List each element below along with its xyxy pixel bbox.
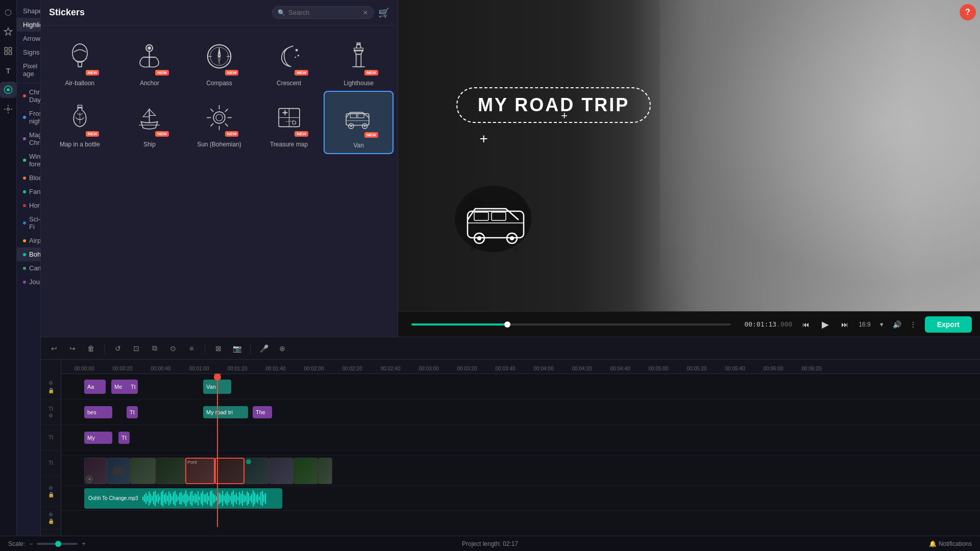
cart-icon[interactable]: 🛒 [378, 7, 389, 18]
plus-icon-1[interactable]: + [480, 131, 488, 147]
scale-thumb[interactable] [55, 541, 61, 547]
undo-btn[interactable]: ↩ [47, 341, 61, 356]
cat-scifi[interactable]: Sci-Fi [17, 212, 40, 234]
video-clip-9[interactable] [293, 458, 318, 484]
track-video-lock[interactable]: 🔒 [48, 492, 54, 497]
sidebar-templates-btn[interactable] [0, 43, 16, 59]
video-clip-4[interactable] [156, 458, 185, 484]
clip-my[interactable]: My [84, 432, 112, 444]
sticker-map-bottle[interactable]: NEW Map in a bottle [45, 91, 115, 154]
cat-signs[interactable]: Signs [17, 45, 40, 59]
align-btn[interactable]: ≡ [184, 341, 199, 356]
cat-pixel-age[interactable]: Pixel age [17, 59, 40, 81]
rotate-btn[interactable]: ↺ [111, 341, 125, 356]
crop-btn[interactable]: ⊡ [129, 341, 143, 356]
video-clip-8[interactable] [269, 458, 293, 484]
notifications-btn[interactable]: 🔔 Notifications [929, 540, 972, 547]
cat-winter[interactable]: Winter forest [17, 149, 40, 171]
track-audio-lock[interactable]: 🔒 [48, 518, 54, 524]
video-clip-1[interactable]: ⊙ [84, 458, 107, 484]
clip-van[interactable]: Van [203, 380, 231, 394]
sidebar-text-btn[interactable]: T [0, 62, 16, 79]
sticker-sun-bohemian[interactable]: NEW Sun (Bohemian) [184, 91, 254, 154]
sidebar-shapes-btn[interactable]: ⬡ [0, 4, 16, 20]
video-clip-2[interactable] [107, 458, 130, 484]
redo-btn[interactable]: ↪ [65, 341, 80, 356]
location-btn[interactable]: ⊕ [275, 341, 289, 356]
search-input[interactable] [288, 9, 360, 16]
track-settings-icon[interactable]: ⚙ [48, 380, 53, 386]
fast-forward-btn[interactable]: ⏭ [839, 318, 850, 331]
ruler-tick-3: 00:01:00 [189, 366, 209, 371]
cat-magic[interactable]: Magic Christmas [17, 128, 40, 149]
audio-btn[interactable]: 🎤 [257, 341, 271, 356]
cat-fantasy[interactable]: Fantasy [17, 185, 40, 198]
track-text-settings[interactable]: Tt [48, 406, 53, 412]
clip-tt3[interactable]: Tt [118, 432, 130, 444]
clip-aa[interactable]: Aa [84, 380, 106, 394]
cat-boho[interactable]: Boho [17, 247, 40, 261]
play-btn[interactable]: ▶ [820, 317, 831, 332]
clip-the[interactable]: The [253, 406, 272, 418]
more-options-icon[interactable]: ⋮ [910, 320, 917, 329]
sidebar-effects-btn[interactable] [0, 23, 16, 40]
export-button[interactable]: Export [925, 316, 972, 333]
progress-thumb[interactable] [504, 321, 510, 328]
cat-shapes[interactable]: Shapes [17, 4, 40, 18]
rewind-btn[interactable]: ⏮ [800, 318, 812, 331]
track-controls: ⚙ 🔒 Tt ⚙ Tt [41, 360, 61, 551]
freeze-btn[interactable]: ⊙ [166, 341, 180, 356]
ruler-tick-5: 00:01:40 [266, 366, 286, 371]
sun-bohemian-new-badge: NEW [225, 131, 239, 137]
cat-horror[interactable]: Horror [17, 198, 40, 212]
cat-boho-label: Boho [29, 251, 41, 258]
clear-search-icon[interactable]: ✕ [363, 9, 368, 16]
cat-christmas[interactable]: Christmas Day [17, 85, 40, 107]
clip-bes[interactable]: bes [84, 406, 112, 418]
sidebar-stickers-btn[interactable] [0, 82, 16, 98]
sticker-crescent[interactable]: NEW Crescent [254, 30, 324, 91]
media-btn[interactable]: ⊠ [211, 341, 226, 356]
clip-my-road[interactable]: My road tri [203, 406, 248, 418]
video-clip-5[interactable]: Portr [185, 458, 215, 484]
cat-frosty[interactable]: Frosty night [17, 107, 40, 128]
track-video-settings[interactable]: ⚙ [48, 485, 53, 491]
preview-area: ? MY ROAD TRIP + + [398, 0, 980, 337]
video-clip-10[interactable] [318, 458, 332, 484]
video-clip-3[interactable] [130, 458, 156, 484]
track-lock-icon[interactable]: 🔒 [48, 388, 54, 393]
scale-slider[interactable] [37, 543, 78, 545]
delete-btn[interactable]: 🗑 [84, 341, 98, 356]
video-clip-7[interactable] [244, 458, 269, 484]
scale-plus[interactable]: + [82, 540, 85, 547]
track-audio-settings[interactable]: ⚙ [48, 512, 53, 517]
split-btn[interactable]: ⧉ [148, 341, 162, 356]
volume-icon[interactable]: 🔊 [893, 320, 901, 329]
cat-camping[interactable]: Camping [17, 261, 40, 275]
sidebar-elements-btn[interactable] [0, 101, 16, 117]
sticker-ship[interactable]: NEW Ship [115, 91, 185, 154]
cat-blockbuster[interactable]: Blockbuster [17, 171, 40, 185]
sticker-treasure-map[interactable]: NEW Treasure map [254, 91, 324, 154]
cat-blockbuster-dot [23, 177, 26, 180]
cat-highlighting[interactable]: Highlighting [17, 18, 40, 32]
sticker-van[interactable]: NEW Van [324, 91, 394, 154]
cat-airport[interactable]: Airport [17, 234, 40, 247]
progress-bar[interactable] [411, 323, 731, 325]
screenshot-btn[interactable]: 📷 [230, 341, 244, 356]
sticker-anchor[interactable]: NEW Anchor [115, 30, 185, 91]
cat-journal[interactable]: Journal [17, 275, 40, 289]
help-button[interactable]: ? [960, 4, 976, 20]
clip-tt2[interactable]: Tt [127, 406, 138, 418]
sticker-lighthouse[interactable]: NEW Lighthouse [324, 30, 394, 91]
sticker-air-balloon[interactable]: NEW Air-balloon [45, 30, 115, 91]
cat-arrows[interactable]: Arrows [17, 32, 40, 45]
svg-marker-0 [5, 28, 12, 35]
audio-clip[interactable]: Oohh To Change.mp3 [84, 488, 282, 509]
sticker-compass[interactable]: NEW Compass [184, 30, 254, 91]
clip-tt1[interactable]: Tt [128, 380, 138, 394]
track-text-icon[interactable]: ⚙ [48, 413, 53, 418]
video-clip-6[interactable] [215, 458, 244, 484]
scale-minus[interactable]: − [29, 540, 33, 547]
ruler-tick-6: 00:02:00 [304, 366, 324, 371]
